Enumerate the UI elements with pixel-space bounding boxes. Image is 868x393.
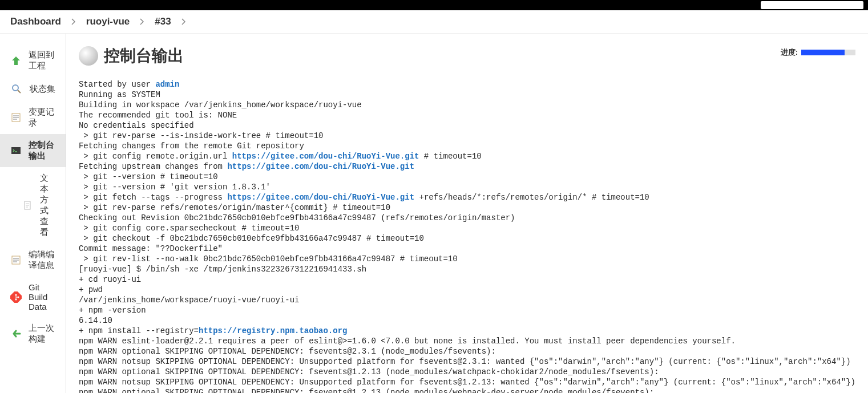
- console-line: > git config core.sparsecheckout # timeo…: [79, 224, 299, 233]
- console-line: [ruoyi-vue] $ /bin/sh -xe /tmp/jenkins32…: [79, 265, 366, 274]
- git-icon: [10, 291, 22, 303]
- sidebar-item-edit[interactable]: 编辑编译信息: [0, 244, 66, 277]
- console-line: > git --version # timeout=10: [79, 172, 218, 181]
- console-line: Building in workspace /var/jenkins_home/…: [79, 100, 362, 110]
- console-line: > git --version # 'git version 1.8.3.1': [79, 183, 271, 192]
- console-line: + cd ruoyi-ui: [79, 275, 141, 284]
- crumb-dashboard[interactable]: Dashboard: [10, 16, 61, 27]
- console-line: Checking out Revision 0bc21bdc7650cb010e…: [79, 213, 515, 222]
- left-arrow-icon: [10, 327, 22, 340]
- notes-icon: [10, 111, 22, 124]
- svg-line-1: [18, 90, 21, 93]
- main-content: 进度: 控制台输出 Started by user admin Running …: [66, 34, 868, 393]
- progress-label: 进度:: [781, 47, 798, 58]
- user-link[interactable]: admin: [155, 80, 179, 89]
- header-bar: [0, 0, 868, 10]
- progress-bar[interactable]: [801, 50, 855, 55]
- up-arrow-icon: [10, 54, 22, 67]
- console-line: npm WARN optional SKIPPING OPTIONAL DEPE…: [79, 367, 659, 376]
- sidebar: 返回到工程 状态集 变更记录 控制台输出 文本方式查看 编辑编译信息 Git B…: [0, 34, 66, 393]
- console-line: Commit message: "??Dockerfile": [79, 244, 223, 253]
- crumb-project[interactable]: ruoyi-vue: [86, 16, 130, 27]
- sidebar-item-label: 文本方式查看: [40, 173, 55, 238]
- console-line: npm WARN optional SKIPPING OPTIONAL DEPE…: [79, 347, 496, 356]
- svg-rect-6: [11, 147, 21, 154]
- console-line: The recommended git tool is: NONE: [79, 111, 237, 120]
- console-line: npm WARN eslint-loader@2.2.1 requires a …: [79, 337, 736, 346]
- console-line: Fetching changes from the remote Git rep…: [79, 141, 304, 151]
- chevron-right-icon: [71, 18, 76, 25]
- progress: 进度:: [781, 47, 855, 58]
- git-url-link[interactable]: https://gitee.com/dou-chi/RuoYi-Vue.git: [227, 193, 414, 202]
- sidebar-item-label: 控制台输出: [29, 140, 55, 161]
- console-line: npm WARN optional SKIPPING OPTIONAL DEPE…: [79, 388, 654, 393]
- console-line: No credentials specified: [79, 121, 194, 130]
- console-line: + pwd: [79, 285, 103, 294]
- sidebar-item-status[interactable]: 状态集: [0, 77, 66, 101]
- console-line: 6.14.10: [79, 316, 112, 325]
- search-input[interactable]: [761, 1, 863, 9]
- chevron-right-icon: [140, 18, 144, 25]
- console-line: > git rev-parse refs/remotes/origin/mast…: [79, 203, 390, 212]
- console-line: > git rev-parse --is-inside-work-tree # …: [79, 131, 323, 140]
- console-output: Started by user admin Running as SYSTEM …: [79, 79, 855, 393]
- console-line: /var/jenkins_home/workspace/ruoyi-vue/ru…: [79, 295, 299, 305]
- registry-url-link[interactable]: https://registry.npm.taobao.org: [199, 326, 347, 335]
- sidebar-item-git[interactable]: Git Build Data: [0, 277, 66, 317]
- console-line: Running as SYSTEM: [79, 90, 160, 99]
- sidebar-item-label: 编辑编译信息: [29, 249, 55, 271]
- sidebar-item-prev[interactable]: 上一次构建: [0, 317, 66, 350]
- console-line: + npm -version: [79, 306, 146, 315]
- console-line: npm WARN notsup SKIPPING OPTIONAL DEPEND…: [79, 378, 855, 387]
- svg-point-0: [13, 85, 18, 91]
- sidebar-item-back[interactable]: 返回到工程: [0, 44, 66, 77]
- sidebar-item-label: 状态集: [30, 84, 55, 95]
- sidebar-item-changes[interactable]: 变更记录: [0, 101, 66, 134]
- console-line: > git rev-list --no-walk 0bc21bdc7650cb0…: [79, 254, 458, 264]
- git-url-link[interactable]: https://gitee.com/dou-chi/RuoYi-Vue.git: [232, 152, 419, 161]
- status-ball-icon: [79, 46, 98, 66]
- search-icon: [10, 83, 23, 95]
- notes-icon: [10, 254, 22, 266]
- sidebar-item-label: Git Build Data: [29, 282, 55, 311]
- sidebar-item-console[interactable]: 控制台输出: [0, 134, 66, 167]
- terminal-icon: [10, 144, 22, 157]
- console-line: > git checkout -f 0bc21bdc7650cb010ebfce…: [79, 234, 424, 243]
- document-icon: [22, 199, 33, 212]
- crumb-build[interactable]: #33: [155, 16, 171, 27]
- sidebar-item-label: 变更记录: [29, 107, 55, 128]
- sidebar-item-label: 上一次构建: [29, 323, 55, 345]
- git-url-link[interactable]: https://gitee.com/dou-chi/RuoYi-Vue.git: [227, 162, 414, 171]
- sidebar-item-label: 返回到工程: [29, 50, 55, 71]
- breadcrumb: Dashboard ruoyi-vue #33: [0, 10, 868, 34]
- sidebar-item-plain[interactable]: 文本方式查看: [0, 167, 66, 244]
- page-header: 控制台输出: [79, 45, 855, 67]
- page-title: 控制台输出: [104, 45, 184, 67]
- chevron-right-icon: [181, 18, 186, 25]
- console-line: npm WARN notsup SKIPPING OPTIONAL DEPEND…: [79, 357, 851, 366]
